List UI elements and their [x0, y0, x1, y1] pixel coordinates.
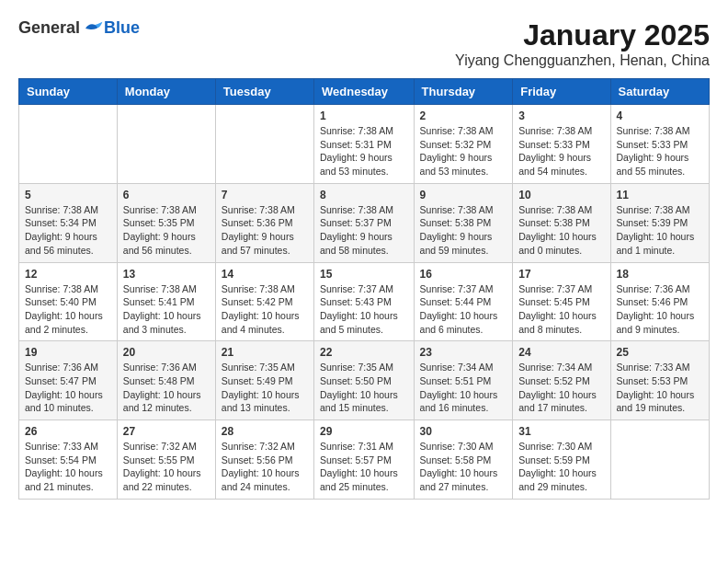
day-number: 24: [518, 346, 604, 359]
day-info: Sunrise: 7:38 AM Sunset: 5:41 PM Dayligh…: [123, 282, 210, 337]
day-number: 21: [222, 346, 308, 359]
day-info: Sunrise: 7:31 AM Sunset: 5:57 PM Dayligh…: [320, 440, 408, 494]
day-number: 5: [25, 189, 111, 201]
day-info: Sunrise: 7:35 AM Sunset: 5:49 PM Dayligh…: [222, 361, 308, 415]
day-info: Sunrise: 7:38 AM Sunset: 5:38 PM Dayligh…: [518, 203, 604, 258]
day-info: Sunrise: 7:35 AM Sunset: 5:50 PM Dayligh…: [320, 361, 408, 415]
day-number: 6: [123, 189, 210, 201]
day-number: 9: [420, 189, 507, 201]
calendar-day-header: Tuesday: [215, 79, 313, 105]
day-info: Sunrise: 7:36 AM Sunset: 5:46 PM Dayligh…: [617, 282, 703, 337]
calendar-cell: 8Sunrise: 7:38 AM Sunset: 5:37 PM Daylig…: [314, 183, 415, 262]
day-number: 30: [420, 425, 507, 438]
calendar-cell: [215, 105, 313, 184]
calendar-cell: 13Sunrise: 7:38 AM Sunset: 5:41 PM Dayli…: [117, 262, 215, 341]
day-number: 7: [222, 189, 308, 201]
calendar-day-header: Saturday: [610, 79, 709, 105]
day-info: Sunrise: 7:36 AM Sunset: 5:48 PM Dayligh…: [123, 361, 210, 415]
calendar-cell: 2Sunrise: 7:38 AM Sunset: 5:32 PM Daylig…: [414, 105, 513, 184]
calendar-cell: 15Sunrise: 7:37 AM Sunset: 5:43 PM Dayli…: [314, 262, 415, 341]
day-info: Sunrise: 7:30 AM Sunset: 5:58 PM Dayligh…: [420, 440, 507, 494]
day-number: 23: [420, 346, 507, 359]
calendar-cell: 9Sunrise: 7:38 AM Sunset: 5:38 PM Daylig…: [414, 183, 513, 262]
day-number: 27: [123, 425, 210, 438]
calendar-cell: 19Sunrise: 7:36 AM Sunset: 5:47 PM Dayli…: [19, 341, 118, 420]
month-title: January 2025: [455, 18, 710, 52]
day-number: 8: [320, 189, 408, 201]
logo: General Blue: [18, 18, 140, 38]
day-info: Sunrise: 7:38 AM Sunset: 5:32 PM Dayligh…: [420, 124, 507, 178]
calendar-cell: 31Sunrise: 7:30 AM Sunset: 5:59 PM Dayli…: [513, 420, 610, 500]
day-info: Sunrise: 7:38 AM Sunset: 5:31 PM Dayligh…: [320, 124, 408, 178]
logo-general-text: General: [18, 18, 80, 38]
calendar-cell: 22Sunrise: 7:35 AM Sunset: 5:50 PM Dayli…: [314, 341, 415, 420]
day-number: 22: [320, 346, 408, 359]
calendar-cell: 21Sunrise: 7:35 AM Sunset: 5:49 PM Dayli…: [215, 341, 313, 420]
calendar-cell: 3Sunrise: 7:38 AM Sunset: 5:33 PM Daylig…: [513, 105, 610, 184]
day-info: Sunrise: 7:38 AM Sunset: 5:33 PM Dayligh…: [617, 124, 703, 178]
day-number: 17: [518, 268, 604, 281]
calendar-cell: 24Sunrise: 7:34 AM Sunset: 5:52 PM Dayli…: [513, 341, 610, 420]
calendar-cell: 5Sunrise: 7:38 AM Sunset: 5:34 PM Daylig…: [19, 183, 118, 262]
day-info: Sunrise: 7:38 AM Sunset: 5:33 PM Dayligh…: [518, 124, 604, 178]
day-number: 28: [222, 425, 308, 438]
calendar-cell: 28Sunrise: 7:32 AM Sunset: 5:56 PM Dayli…: [215, 420, 313, 500]
calendar-cell: 29Sunrise: 7:31 AM Sunset: 5:57 PM Dayli…: [314, 420, 415, 500]
calendar-cell: 11Sunrise: 7:38 AM Sunset: 5:39 PM Dayli…: [610, 183, 709, 262]
day-info: Sunrise: 7:38 AM Sunset: 5:34 PM Dayligh…: [25, 203, 111, 258]
day-number: 4: [617, 109, 703, 122]
calendar-day-header: Sunday: [19, 79, 118, 105]
calendar-cell: [610, 420, 709, 500]
day-info: Sunrise: 7:37 AM Sunset: 5:45 PM Dayligh…: [518, 282, 604, 337]
day-number: 11: [617, 189, 703, 201]
calendar-cell: 23Sunrise: 7:34 AM Sunset: 5:51 PM Dayli…: [414, 341, 513, 420]
calendar-day-header: Thursday: [414, 79, 513, 105]
calendar-cell: 27Sunrise: 7:32 AM Sunset: 5:55 PM Dayli…: [117, 420, 215, 500]
day-info: Sunrise: 7:36 AM Sunset: 5:47 PM Dayligh…: [25, 361, 111, 415]
calendar-day-header: Monday: [117, 79, 215, 105]
day-info: Sunrise: 7:34 AM Sunset: 5:52 PM Dayligh…: [518, 361, 604, 415]
day-info: Sunrise: 7:37 AM Sunset: 5:43 PM Dayligh…: [320, 282, 408, 337]
calendar-cell: 7Sunrise: 7:38 AM Sunset: 5:36 PM Daylig…: [215, 183, 313, 262]
calendar-cell: 12Sunrise: 7:38 AM Sunset: 5:40 PM Dayli…: [19, 262, 118, 341]
calendar-week-row: 5Sunrise: 7:38 AM Sunset: 5:34 PM Daylig…: [19, 183, 710, 262]
day-number: 26: [25, 425, 111, 438]
day-number: 31: [518, 425, 604, 438]
calendar-cell: 1Sunrise: 7:38 AM Sunset: 5:31 PM Daylig…: [314, 105, 415, 184]
calendar-cell: 14Sunrise: 7:38 AM Sunset: 5:42 PM Dayli…: [215, 262, 313, 341]
calendar-cell: 17Sunrise: 7:37 AM Sunset: 5:45 PM Dayli…: [513, 262, 610, 341]
day-info: Sunrise: 7:38 AM Sunset: 5:36 PM Dayligh…: [222, 203, 308, 258]
calendar-cell: 16Sunrise: 7:37 AM Sunset: 5:44 PM Dayli…: [414, 262, 513, 341]
day-info: Sunrise: 7:32 AM Sunset: 5:56 PM Dayligh…: [222, 440, 308, 494]
location: Yiyang Chengguanzhen, Henan, China: [455, 52, 710, 69]
day-number: 19: [25, 346, 111, 359]
day-info: Sunrise: 7:38 AM Sunset: 5:37 PM Dayligh…: [320, 203, 408, 258]
day-info: Sunrise: 7:32 AM Sunset: 5:55 PM Dayligh…: [123, 440, 210, 494]
day-info: Sunrise: 7:38 AM Sunset: 5:35 PM Dayligh…: [123, 203, 210, 258]
day-number: 1: [320, 109, 408, 122]
calendar-cell: 20Sunrise: 7:36 AM Sunset: 5:48 PM Dayli…: [117, 341, 215, 420]
day-info: Sunrise: 7:33 AM Sunset: 5:53 PM Dayligh…: [617, 361, 703, 415]
day-number: 2: [420, 109, 507, 122]
calendar-cell: 4Sunrise: 7:38 AM Sunset: 5:33 PM Daylig…: [610, 105, 709, 184]
calendar-week-row: 1Sunrise: 7:38 AM Sunset: 5:31 PM Daylig…: [19, 105, 710, 184]
calendar-cell: 25Sunrise: 7:33 AM Sunset: 5:53 PM Dayli…: [610, 341, 709, 420]
title-block: January 2025 Yiyang Chengguanzhen, Henan…: [455, 18, 710, 69]
day-info: Sunrise: 7:38 AM Sunset: 5:40 PM Dayligh…: [25, 282, 111, 337]
day-number: 20: [123, 346, 210, 359]
calendar-cell: 30Sunrise: 7:30 AM Sunset: 5:58 PM Dayli…: [414, 420, 513, 500]
day-number: 10: [518, 189, 604, 201]
calendar-day-header: Wednesday: [314, 79, 415, 105]
day-number: 16: [420, 268, 507, 281]
calendar-cell: 10Sunrise: 7:38 AM Sunset: 5:38 PM Dayli…: [513, 183, 610, 262]
day-number: 3: [518, 109, 604, 122]
day-number: 29: [320, 425, 408, 438]
calendar-cell: 18Sunrise: 7:36 AM Sunset: 5:46 PM Dayli…: [610, 262, 709, 341]
calendar-cell: [19, 105, 118, 184]
calendar-cell: 26Sunrise: 7:33 AM Sunset: 5:54 PM Dayli…: [19, 420, 118, 500]
logo-bird-icon: [82, 20, 104, 37]
day-info: Sunrise: 7:37 AM Sunset: 5:44 PM Dayligh…: [420, 282, 507, 337]
day-info: Sunrise: 7:38 AM Sunset: 5:38 PM Dayligh…: [420, 203, 507, 258]
day-number: 25: [617, 346, 703, 359]
day-number: 12: [25, 268, 111, 281]
